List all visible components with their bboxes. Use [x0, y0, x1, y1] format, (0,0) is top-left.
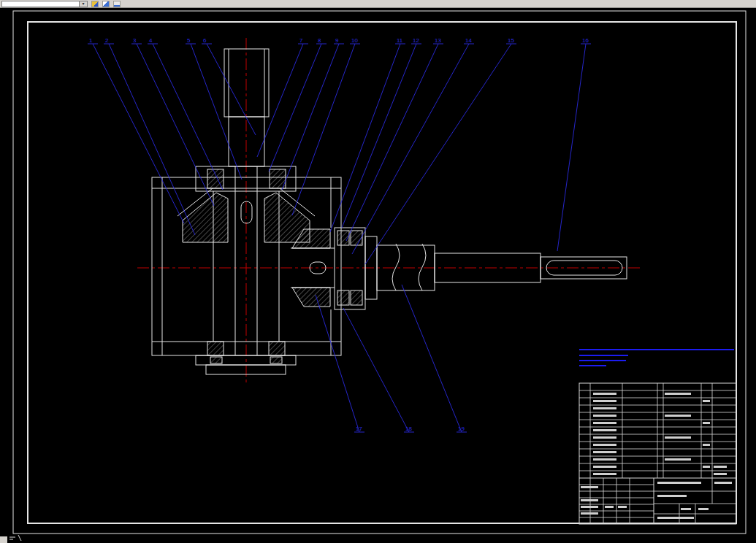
- chevron-down-icon[interactable]: ▾: [79, 1, 87, 7]
- callout-number: 6: [203, 37, 207, 44]
- table-text-mark: [581, 486, 598, 488]
- callout-number: 1: [89, 37, 93, 44]
- cad-drawing-canvas[interactable]: 12345678910111213141516171819: [0, 0, 756, 543]
- callout-number: 18: [405, 425, 412, 432]
- table-text-mark: [618, 506, 627, 508]
- match-properties-icon[interactable]: [91, 1, 99, 7]
- table-text-mark: [657, 482, 701, 484]
- callout-number: 3: [133, 37, 137, 44]
- note-line: [579, 360, 626, 361]
- callout-number: 19: [458, 425, 465, 432]
- gearbox-drawing: [152, 49, 627, 374]
- break-line-2: [419, 244, 426, 290]
- callout-number: 9: [335, 37, 339, 44]
- table-text-mark: [703, 466, 710, 468]
- toolbar: ▾: [0, 0, 756, 8]
- top-bearing-left: [207, 169, 224, 188]
- table-text-mark: [593, 429, 616, 431]
- callout-number: 16: [582, 37, 589, 44]
- sheet-frame: [13, 11, 746, 534]
- leader-line: [191, 44, 242, 180]
- callout-number: 15: [508, 37, 514, 44]
- table-text-mark: [703, 422, 710, 424]
- table-text-mark: [593, 422, 616, 424]
- title-block: [579, 383, 736, 524]
- table-text-mark: [714, 466, 727, 468]
- leader-line: [342, 44, 416, 228]
- bevel-pinion-bottom: [292, 288, 330, 307]
- leader-line: [330, 44, 400, 232]
- callout-number: 2: [105, 37, 109, 44]
- leader-line: [352, 44, 469, 254]
- note-line: [579, 365, 606, 366]
- table-text-mark: [657, 495, 687, 497]
- callout-number: 11: [397, 37, 403, 44]
- callout-number: 7: [299, 37, 303, 44]
- callout-number: 10: [351, 37, 358, 44]
- leader-line: [316, 295, 359, 432]
- ucs-icon: [9, 535, 21, 541]
- leader-line: [137, 44, 214, 206]
- note-line: [579, 355, 628, 356]
- table-text-mark: [698, 508, 709, 510]
- layers-icon[interactable]: [102, 1, 110, 7]
- table-text-mark: [593, 415, 616, 417]
- table-text-mark: [665, 458, 691, 461]
- table-text-mark: [657, 517, 694, 519]
- table-text-mark: [593, 400, 616, 402]
- callout-number: 14: [465, 37, 472, 44]
- table-text-mark: [593, 458, 616, 461]
- callout-number: 13: [435, 37, 441, 44]
- layer-combo[interactable]: ▾: [1, 1, 88, 7]
- table-text-mark: [593, 407, 616, 409]
- table-text-mark: [714, 473, 727, 475]
- leader-line: [153, 44, 223, 190]
- table-text-mark: [665, 393, 691, 395]
- leader-line: [402, 285, 462, 432]
- leader-line: [282, 44, 339, 190]
- leader-line: [257, 44, 303, 157]
- leader-line: [292, 44, 355, 215]
- bottom-bearing-right: [269, 342, 285, 355]
- table-text-mark: [581, 499, 598, 501]
- callout-number: 4: [149, 37, 153, 44]
- table-text-mark: [581, 512, 598, 515]
- callout-number: 17: [356, 425, 362, 432]
- table-text-mark: [593, 393, 616, 395]
- table-text-mark: [593, 473, 616, 475]
- bevel-gear-left: [183, 193, 228, 242]
- callout-number: 12: [413, 37, 419, 44]
- table-border: [579, 383, 736, 524]
- properties-icon[interactable]: [113, 1, 121, 7]
- callout-number: 5: [187, 37, 191, 44]
- callout-number: 8: [318, 37, 321, 44]
- leader-line: [346, 44, 438, 241]
- table-text-mark: [593, 436, 616, 439]
- table-text-mark: [665, 415, 691, 417]
- table-text-mark: [665, 436, 691, 439]
- top-bearing-right: [270, 169, 286, 188]
- bottom-bearing-left: [207, 342, 224, 355]
- leader-line: [93, 44, 184, 223]
- table-text-mark: [681, 508, 691, 510]
- table-text-mark: [593, 466, 616, 468]
- app-window: ▾: [0, 0, 756, 543]
- table-text-mark: [703, 444, 710, 446]
- leader-line: [557, 44, 586, 251]
- table-text-mark: [581, 506, 598, 508]
- break-line-1: [392, 244, 400, 290]
- table-text-mark: [593, 451, 616, 453]
- table-text-mark: [703, 400, 710, 402]
- leader-line: [207, 44, 256, 135]
- technical-notes: [579, 349, 734, 366]
- table-text-mark: [593, 444, 616, 446]
- table-text-mark: [605, 506, 614, 508]
- window-corner: [0, 536, 7, 543]
- table-text-mark: [714, 482, 732, 484]
- note-line: [579, 349, 734, 350]
